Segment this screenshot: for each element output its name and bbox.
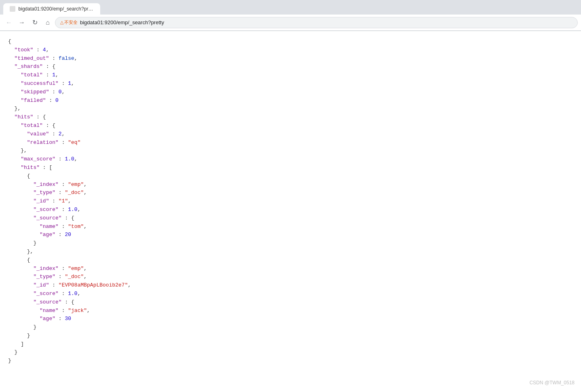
tab-favicon	[10, 6, 15, 12]
browser-tab[interactable]: bigdata01:9200/emp/_search?pretty	[3, 3, 100, 15]
security-label: 不安全	[64, 19, 78, 25]
warning-icon: △	[60, 20, 63, 25]
browser-chrome: bigdata01:9200/emp/_search?pretty ← → ↻ …	[0, 0, 581, 31]
tab-title: bigdata01:9200/emp/_search?pretty	[19, 6, 94, 12]
security-warning: △ 不安全	[60, 19, 78, 25]
address-bar[interactable]: △ 不安全 bigdata01:9200/emp/_search?pretty	[55, 17, 578, 28]
back-button[interactable]: ←	[3, 17, 15, 28]
home-button[interactable]: ⌂	[42, 17, 53, 28]
url-text: bigdata01:9200/emp/_search?pretty	[80, 19, 164, 25]
forward-button[interactable]: →	[16, 17, 27, 28]
nav-bar: ← → ↻ ⌂ △ 不安全 bigdata01:9200/emp/_search…	[0, 15, 581, 31]
json-content: { "took" : 4, "timed_out" : false, "_sha…	[8, 38, 573, 365]
tab-bar: bigdata01:9200/emp/_search?pretty	[0, 0, 581, 15]
reload-button[interactable]: ↻	[29, 17, 40, 28]
content-area: { "took" : 4, "timed_out" : false, "_sha…	[0, 31, 581, 392]
watermark: CSDN @TWM_0518	[529, 380, 575, 386]
